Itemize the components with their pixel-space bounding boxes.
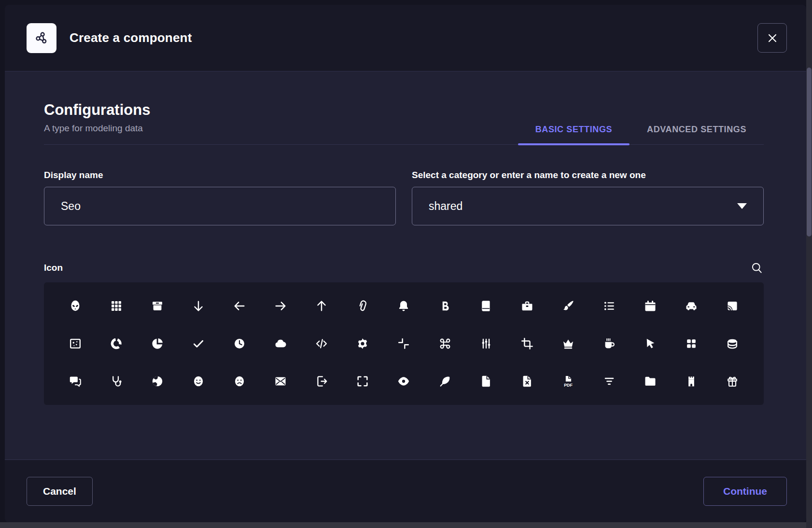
emotion-unhappy-icon[interactable] <box>219 362 260 400</box>
cloud-icon[interactable] <box>260 325 301 362</box>
command-icon[interactable] <box>424 325 465 362</box>
expand-icon[interactable] <box>342 362 383 400</box>
category-group: Select a category or enter a name to cre… <box>412 170 764 225</box>
calendar-icon[interactable] <box>630 287 671 325</box>
search-icon <box>750 261 764 275</box>
apps-icon[interactable] <box>96 287 137 325</box>
chart-donut-icon[interactable] <box>96 325 137 362</box>
tab-advanced-settings[interactable]: ADVANCED SETTINGS <box>630 125 764 144</box>
svg-text:PDF: PDF <box>564 383 573 388</box>
create-component-modal: Create a component Configurations A type… <box>5 5 806 522</box>
arrow-down-icon[interactable] <box>178 287 219 325</box>
form-row: Display name Seo Select a category or en… <box>44 170 764 225</box>
component-icon <box>27 23 56 53</box>
modal-header: Create a component <box>5 5 806 71</box>
bullet-list-icon[interactable] <box>589 287 630 325</box>
bell-icon[interactable] <box>383 287 424 325</box>
icon-grid-panel: PDF <box>44 282 764 405</box>
page-background-strip <box>0 522 806 528</box>
cursor-icon[interactable] <box>630 325 671 362</box>
icon-search-button[interactable] <box>750 261 764 275</box>
section-header: Configurations A type for modeling data … <box>44 101 764 145</box>
clock-icon[interactable] <box>219 325 260 362</box>
folder-icon[interactable] <box>630 362 671 400</box>
page: Create a component Configurations A type… <box>0 0 812 528</box>
chart-pie-icon[interactable] <box>137 325 178 362</box>
category-value: shared <box>429 200 462 213</box>
attachment-icon[interactable] <box>342 287 383 325</box>
book-icon[interactable] <box>465 287 506 325</box>
exit-icon[interactable] <box>301 362 342 400</box>
envelope-icon[interactable] <box>260 362 301 400</box>
chevron-down-icon <box>737 203 747 209</box>
archive-icon[interactable] <box>137 287 178 325</box>
page-scrollbar-thumb[interactable] <box>807 68 812 236</box>
icon-grid: PDF <box>55 287 753 400</box>
file-icon[interactable] <box>465 362 506 400</box>
sliders-icon[interactable] <box>465 325 506 362</box>
eye-icon[interactable] <box>383 362 424 400</box>
continue-button[interactable]: Continue <box>703 477 787 506</box>
arrow-up-icon[interactable] <box>301 287 342 325</box>
file-error-icon[interactable] <box>506 362 547 400</box>
database-icon[interactable] <box>712 325 753 362</box>
car-icon[interactable] <box>671 287 712 325</box>
earth-icon[interactable] <box>137 362 178 400</box>
settings-tabs: BASIC SETTINGS ADVANCED SETTINGS <box>518 101 764 144</box>
icon-picker-label: Icon <box>44 263 63 273</box>
cup-icon[interactable] <box>589 325 630 362</box>
modal-body: Configurations A type for modeling data … <box>5 71 806 459</box>
display-name-value: Seo <box>61 200 81 213</box>
cancel-button[interactable]: Cancel <box>27 477 93 506</box>
collapse-icon[interactable] <box>383 325 424 362</box>
doctor-icon[interactable] <box>96 362 137 400</box>
chart-bubble-icon[interactable] <box>55 325 96 362</box>
modal-title: Create a component <box>70 30 192 45</box>
close-button[interactable] <box>757 23 787 53</box>
section-title: Configurations <box>44 101 150 119</box>
category-select[interactable]: shared <box>412 187 764 225</box>
page-scrollbar[interactable] <box>806 0 812 528</box>
display-name-group: Display name Seo <box>44 170 396 225</box>
section-subtitle: A type for modeling data <box>44 123 150 134</box>
cast-icon[interactable] <box>712 287 753 325</box>
category-label: Select a category or enter a name to cre… <box>412 170 764 181</box>
section-titles: Configurations A type for modeling data <box>44 101 150 144</box>
dashboard-icon[interactable] <box>671 325 712 362</box>
display-name-label: Display name <box>44 170 396 181</box>
alien-icon[interactable] <box>55 287 96 325</box>
castle-icon[interactable] <box>671 362 712 400</box>
file-pdf-icon[interactable]: PDF <box>547 362 588 400</box>
code-icon[interactable] <box>301 325 342 362</box>
icon-picker-header: Icon <box>44 261 764 275</box>
close-icon <box>767 32 778 44</box>
crown-icon[interactable] <box>547 325 588 362</box>
brush-icon[interactable] <box>547 287 588 325</box>
modal-footer: Cancel Continue <box>5 459 806 522</box>
arrow-left-icon[interactable] <box>219 287 260 325</box>
crop-icon[interactable] <box>506 325 547 362</box>
cog-icon[interactable] <box>342 325 383 362</box>
feather-icon[interactable] <box>424 362 465 400</box>
discuss-icon[interactable] <box>55 362 96 400</box>
emotion-happy-icon[interactable] <box>178 362 219 400</box>
arrow-right-icon[interactable] <box>260 287 301 325</box>
check-icon[interactable] <box>178 325 219 362</box>
filter-icon[interactable] <box>589 362 630 400</box>
bold-icon[interactable] <box>424 287 465 325</box>
gift-icon[interactable] <box>712 362 753 400</box>
display-name-input[interactable]: Seo <box>44 187 396 225</box>
tab-basic-settings[interactable]: BASIC SETTINGS <box>518 125 630 144</box>
briefcase-icon[interactable] <box>506 287 547 325</box>
